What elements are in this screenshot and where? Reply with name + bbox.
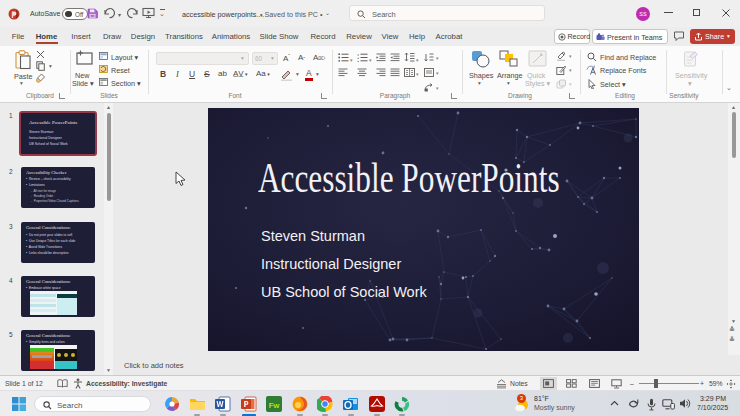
svg-text:Fw: Fw	[269, 401, 280, 410]
